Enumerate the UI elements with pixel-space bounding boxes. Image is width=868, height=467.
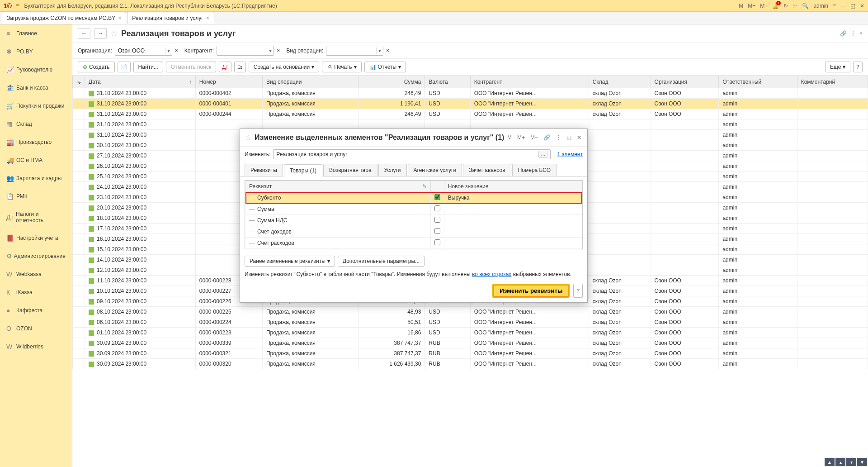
create-button[interactable]: ⊕Создать	[78, 62, 115, 72]
table-row[interactable]: 01.10.2024 23:00:00 0000-000223 Продажа,…	[73, 328, 868, 338]
dtkt-button[interactable]: Дт	[219, 62, 231, 72]
link-icon[interactable]: 🔗	[542, 134, 552, 141]
close-icon[interactable]: ✕	[576, 134, 583, 141]
col-sum[interactable]: Сумма	[359, 76, 425, 88]
scroll-down-icon[interactable]: ▾	[846, 458, 856, 466]
col-number[interactable]: Номер	[195, 76, 262, 88]
col-date[interactable]: Дата ↑	[85, 76, 196, 88]
change-input[interactable]: Реализация товаров и услуг ...	[273, 149, 551, 159]
cancel-find-button[interactable]: Отменить поиск	[166, 62, 216, 72]
col-operation[interactable]: Вид операции	[262, 76, 359, 88]
sidebar-item-13[interactable]: WWebkassa	[0, 265, 72, 283]
forward-button[interactable]: →	[94, 28, 107, 39]
kebab-icon[interactable]: ⋮	[554, 134, 562, 141]
dialog-m[interactable]: M	[506, 134, 513, 141]
table-row[interactable]: 06.10.2024 23:00:00 0000-000224 Продажа,…	[73, 317, 868, 328]
sidebar-item-14[interactable]: КiKassa	[0, 283, 72, 301]
help-button[interactable]: ?	[853, 62, 863, 72]
memory-m-plus[interactable]: M+	[748, 3, 755, 9]
table-row[interactable]: 31.10.2024 23:00:00 0000-000244 Продажа,…	[73, 109, 868, 119]
attribute-checkbox[interactable]	[434, 228, 440, 234]
org-input[interactable]	[115, 46, 165, 55]
attribute-checkbox[interactable]	[434, 217, 440, 223]
attribute-checkbox[interactable]	[434, 194, 440, 200]
col-organization[interactable]: Организация	[651, 76, 719, 88]
sidebar-item-10[interactable]: ДтНалоги и отчетность	[0, 205, 72, 229]
scroll-top-icon[interactable]: ▲	[825, 458, 835, 466]
sidebar-item-1[interactable]: ✱PO.BY	[0, 43, 72, 61]
favorite-icon[interactable]: ☆	[110, 29, 118, 38]
sidebar-item-5[interactable]: ▦Склад	[0, 115, 72, 133]
col-currency[interactable]: Валюта	[425, 76, 470, 88]
op-clear[interactable]: ×	[386, 48, 389, 54]
minimize-icon[interactable]: —	[840, 3, 846, 9]
op-select[interactable]: ▾	[326, 46, 383, 56]
close-icon[interactable]: ✕	[860, 3, 864, 9]
sidebar-item-0[interactable]: ≡Главное	[0, 24, 72, 43]
dialog-help-button[interactable]: ?	[573, 284, 583, 298]
search-icon[interactable]: 🔍	[802, 3, 809, 9]
table-row[interactable]: 31.10.2024 23:00:00 0000-000401 Продажа,…	[73, 99, 868, 109]
additional-params-button[interactable]: Дополнительные параметры...	[338, 256, 425, 267]
all-rows-link[interactable]: во всех строках	[472, 271, 511, 277]
apply-button[interactable]: Изменить реквизиты	[492, 284, 570, 298]
org-select[interactable]: ▾	[115, 46, 172, 56]
attribute-row[interactable]: —Счет расходов	[245, 238, 582, 249]
col-new-value[interactable]: Новое значение	[444, 181, 582, 192]
dialog-tab-0[interactable]: Реквизиты	[245, 164, 283, 176]
table-row[interactable]: 30.09.2024 23:00:00 0000-000321 Продажа,…	[73, 348, 868, 359]
attribute-checkbox[interactable]	[434, 205, 440, 211]
find-button[interactable]: Найти...	[133, 62, 163, 72]
scroll-up-icon[interactable]: ▴	[835, 458, 845, 466]
sidebar-item-15[interactable]: ●Каффеста	[0, 301, 72, 319]
print-button[interactable]: 🖨 Печать ▾	[322, 62, 361, 72]
attribute-row[interactable]: —Сумма	[245, 204, 582, 215]
prev-changed-button[interactable]: Ранее измененные реквизиты ▾	[245, 256, 335, 267]
col-comment[interactable]: Комментарий	[797, 76, 868, 88]
back-button[interactable]: ←	[78, 28, 90, 39]
col-responsible[interactable]: Ответственный	[719, 76, 797, 88]
dialog-tab-5[interactable]: Зачет авансов	[463, 164, 511, 176]
dialog-tab-2[interactable]: Возвратная тара	[323, 164, 377, 176]
close-icon[interactable]: ×	[118, 15, 121, 21]
sidebar-item-9[interactable]: 📋РМК	[0, 187, 72, 205]
table-row[interactable]: 31.10.2024 23:00:00 0000-000402 Продажа,…	[73, 88, 868, 99]
memory-m-minus[interactable]: M−	[760, 3, 768, 9]
tab-realization[interactable]: Реализация товаров и услуг ×	[127, 12, 214, 24]
dialog-tab-6[interactable]: Номера БСО	[512, 164, 557, 176]
sidebar-item-3[interactable]: 🏦Банк и касса	[0, 79, 72, 97]
sidebar-item-6[interactable]: 🏭Производство	[0, 133, 72, 151]
maximize-icon[interactable]: ◱	[565, 134, 573, 141]
bell-icon[interactable]: 🔔1	[772, 3, 779, 9]
hamburger-icon[interactable]: ≡	[15, 2, 19, 10]
col-warehouse[interactable]: Склад	[589, 76, 651, 88]
copy-button[interactable]: 📄	[118, 62, 131, 72]
pencil-icon[interactable]: ✎	[422, 183, 427, 190]
op-input[interactable]	[326, 46, 376, 55]
table-row[interactable]: 30.09.2024 23:00:00 0000-000339 Продажа,…	[73, 338, 868, 348]
attribute-row[interactable]: —Сумма НДС	[245, 215, 582, 226]
close-page-icon[interactable]: ×	[859, 30, 863, 37]
dialog-m-plus[interactable]: M+	[516, 134, 526, 141]
contr-input[interactable]	[217, 46, 267, 55]
ellipsis-button[interactable]: ...	[538, 151, 547, 158]
col-counterparty[interactable]: Контрагент	[470, 76, 589, 88]
memory-m[interactable]: M	[739, 3, 743, 9]
table-row[interactable]: 08.10.2024 23:00:00 0000-000225 Продажа,…	[73, 307, 868, 317]
contr-select[interactable]: ▾	[217, 46, 274, 56]
kebab-icon[interactable]: ⋮	[850, 30, 856, 37]
tab-ozon-load[interactable]: Загрузка продаж OZON по месяцам PO.BY ×	[2, 12, 126, 24]
sidebar-item-17[interactable]: WWildberries	[0, 338, 72, 356]
org-clear[interactable]: ×	[175, 48, 178, 54]
scroll-bottom-icon[interactable]: ▼	[857, 458, 867, 466]
tree-button[interactable]: 🗂	[234, 62, 246, 72]
sidebar-item-7[interactable]: 🚚ОС и НМА	[0, 151, 72, 169]
close-icon[interactable]: ×	[206, 15, 209, 21]
chevron-down-icon[interactable]: ▾	[376, 48, 383, 54]
count-link[interactable]: 1 элемент	[557, 151, 583, 157]
sidebar-item-11[interactable]: 📕Настройки учета	[0, 229, 72, 247]
star-icon[interactable]: ☆	[793, 3, 797, 9]
favorite-icon[interactable]: ☆	[245, 133, 252, 143]
attribute-row[interactable]: —Счет доходов	[245, 226, 582, 238]
sidebar-item-16[interactable]: ОOZON	[0, 319, 72, 338]
